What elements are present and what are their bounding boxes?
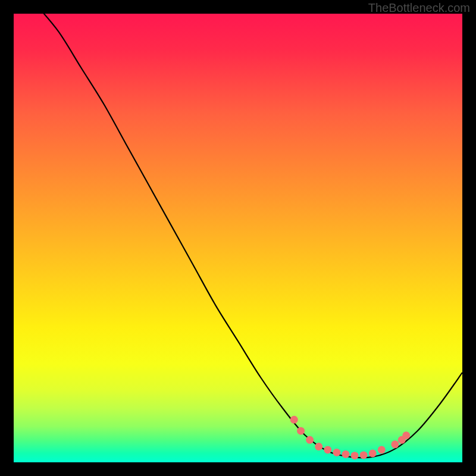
marker-dot xyxy=(391,440,399,448)
marker-dot xyxy=(378,446,386,453)
marker-dot xyxy=(306,436,314,444)
marker-dot xyxy=(369,449,377,457)
marker-dot xyxy=(324,446,331,453)
marker-dot xyxy=(290,416,298,424)
chart-svg xyxy=(14,14,462,462)
plot-area xyxy=(14,14,462,462)
marker-dots-group xyxy=(290,416,411,459)
marker-dot xyxy=(297,427,305,435)
watermark-text: TheBottleneck.com xyxy=(368,1,470,15)
marker-dot xyxy=(342,450,349,458)
marker-dot xyxy=(315,443,322,450)
marker-dot xyxy=(360,451,368,459)
marker-dot xyxy=(402,431,410,439)
marker-dot xyxy=(333,449,340,456)
marker-dot xyxy=(351,452,359,459)
bottleneck-curve-line xyxy=(36,14,462,458)
